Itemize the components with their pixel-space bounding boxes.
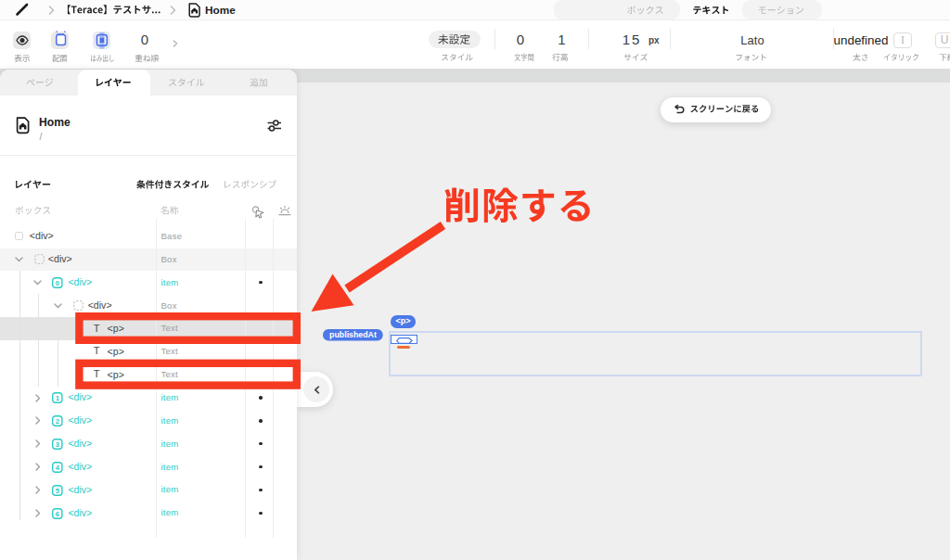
svg-text:publishedAt: publishedAt: [329, 330, 377, 339]
